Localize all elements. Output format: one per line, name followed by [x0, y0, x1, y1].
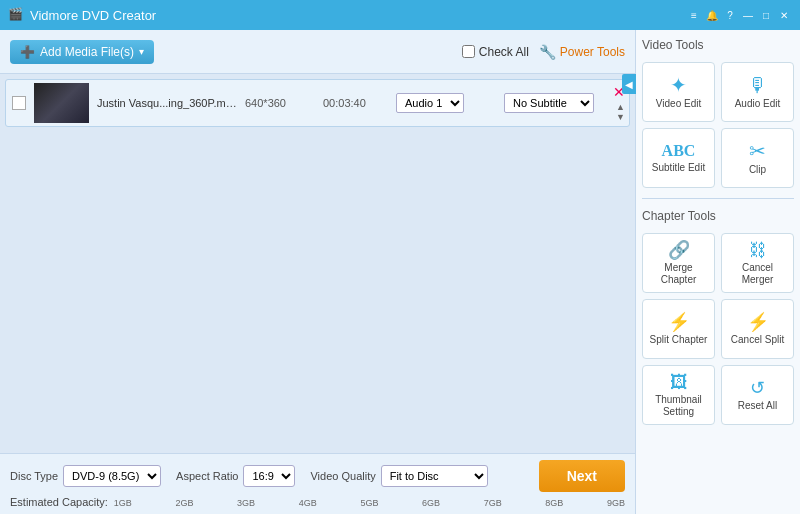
subtitle-edit-button[interactable]: ABC Subtitle Edit — [642, 128, 715, 188]
file-thumbnail — [34, 83, 89, 123]
power-tools-button[interactable]: 🔧 Power Tools — [539, 44, 625, 60]
thumbnail-setting-label: Thumbnail Setting — [647, 394, 710, 418]
left-panel: ➕ Add Media File(s) ▾ Check All 🔧 Power … — [0, 30, 635, 514]
file-resolution: 640*360 — [245, 97, 315, 109]
audio-select-container[interactable]: Audio 1 Audio 2 — [396, 93, 496, 113]
tick-4gb: 4GB — [299, 498, 317, 508]
cancel-split-label: Cancel Split — [731, 334, 784, 346]
audio-select[interactable]: Audio 1 Audio 2 — [396, 93, 464, 113]
check-all-area[interactable]: Check All — [462, 45, 529, 59]
chapter-tools-grid: 🔗 Merge Chapter ⛓ Cancel Merger ⚡ Split … — [642, 233, 794, 425]
split-chapter-label: Split Chapter — [650, 334, 708, 346]
merge-icon: 🔗 — [668, 241, 690, 259]
subtitle-edit-label: Subtitle Edit — [652, 162, 705, 174]
bottom-bar: Disc Type DVD-9 (8.5G) DVD-5 (4.7G) Blu-… — [0, 453, 635, 514]
file-duration: 00:03:40 — [323, 97, 388, 109]
minimize-btn[interactable]: — — [740, 7, 756, 23]
check-all-checkbox[interactable] — [462, 45, 475, 58]
maximize-btn[interactable]: □ — [758, 7, 774, 23]
section-divider — [642, 198, 794, 199]
video-quality-select[interactable]: Fit to Disc High Quality Medium Quality … — [381, 465, 488, 487]
table-row: Justin Vasqu...ing_360P.mp4 640*360 00:0… — [5, 79, 630, 127]
aspect-ratio-label: Aspect Ratio — [176, 470, 238, 482]
cancel-split-icon: ⚡ — [747, 313, 769, 331]
mic-icon: 🎙 — [748, 75, 768, 95]
add-media-label: Add Media File(s) — [40, 45, 134, 59]
plus-icon: ➕ — [20, 45, 35, 59]
notify-btn[interactable]: 🔔 — [704, 7, 720, 23]
split-chapter-button[interactable]: ⚡ Split Chapter — [642, 299, 715, 359]
video-quality-label: Video Quality — [310, 470, 375, 482]
subtitle-icon: ABC — [662, 143, 696, 159]
audio-edit-label: Audio Edit — [735, 98, 781, 110]
cancel-merger-button[interactable]: ⛓ Cancel Merger — [721, 233, 794, 293]
merge-chapter-label: Merge Chapter — [647, 262, 710, 286]
subtitle-select[interactable]: No Subtitle Add Subtitle — [504, 93, 594, 113]
file-list: Justin Vasqu...ing_360P.mp4 640*360 00:0… — [0, 74, 635, 453]
disc-type-select[interactable]: DVD-9 (8.5G) DVD-5 (4.7G) Blu-ray 25G Bl… — [63, 465, 161, 487]
chapter-tools-title: Chapter Tools — [642, 209, 794, 223]
capacity-wrapper: 1GB 2GB 3GB 4GB 5GB 6GB 7GB 8GB 9GB — [114, 496, 625, 508]
move-up-button[interactable]: ▲ — [616, 103, 625, 112]
file-name: Justin Vasqu...ing_360P.mp4 — [97, 97, 237, 109]
thumbnail-icon: 🖼 — [670, 373, 688, 391]
add-media-button[interactable]: ➕ Add Media File(s) ▾ — [10, 40, 154, 64]
tick-1gb: 1GB — [114, 498, 132, 508]
cancel-split-button[interactable]: ⚡ Cancel Split — [721, 299, 794, 359]
video-tools-title: Video Tools — [642, 38, 794, 52]
tick-row: 1GB 2GB 3GB 4GB 5GB 6GB 7GB 8GB 9GB — [114, 498, 625, 508]
video-edit-label: Video Edit — [656, 98, 701, 110]
aspect-ratio-group: Aspect Ratio 16:9 4:3 — [176, 465, 295, 487]
tick-6gb: 6GB — [422, 498, 440, 508]
subtitle-select-container[interactable]: No Subtitle Add Subtitle — [504, 93, 614, 113]
unlink-icon: ⛓ — [749, 241, 767, 259]
tick-2gb: 2GB — [175, 498, 193, 508]
split-icon: ⚡ — [668, 313, 690, 331]
app-icon: 🎬 — [8, 7, 24, 23]
tick-7gb: 7GB — [484, 498, 502, 508]
menu-btn[interactable]: ≡ — [686, 7, 702, 23]
cancel-merger-label: Cancel Merger — [726, 262, 789, 286]
next-button[interactable]: Next — [539, 460, 625, 492]
help-btn[interactable]: ? — [722, 7, 738, 23]
scissors-icon: ✂ — [749, 141, 766, 161]
tick-5gb: 5GB — [360, 498, 378, 508]
video-quality-group: Video Quality Fit to Disc High Quality M… — [310, 465, 487, 487]
panel-collapse-button[interactable]: ◀ — [622, 74, 636, 94]
capacity-label: Estimated Capacity: — [10, 496, 108, 508]
reset-icon: ↺ — [750, 379, 765, 397]
tick-9gb: 9GB — [607, 498, 625, 508]
row-checkbox[interactable] — [12, 96, 26, 110]
reset-all-label: Reset All — [738, 400, 777, 412]
toolbar: ➕ Add Media File(s) ▾ Check All 🔧 Power … — [0, 30, 635, 74]
right-panel: Video Tools ✦ Video Edit 🎙 Audio Edit AB… — [635, 30, 800, 514]
clip-button[interactable]: ✂ Clip — [721, 128, 794, 188]
wrench-icon: 🔧 — [539, 44, 556, 60]
capacity-bar-row: Estimated Capacity: 1GB 2GB 3GB 4GB 5GB … — [10, 496, 625, 508]
tick-3gb: 3GB — [237, 498, 255, 508]
star-icon: ✦ — [670, 75, 687, 95]
power-tools-label: Power Tools — [560, 45, 625, 59]
check-all-label: Check All — [479, 45, 529, 59]
audio-edit-button[interactable]: 🎙 Audio Edit — [721, 62, 794, 122]
video-tools-grid: ✦ Video Edit 🎙 Audio Edit ABC Subtitle E… — [642, 62, 794, 188]
window-controls: ≡ 🔔 ? — □ ✕ — [686, 7, 792, 23]
video-edit-button[interactable]: ✦ Video Edit — [642, 62, 715, 122]
merge-chapter-button[interactable]: 🔗 Merge Chapter — [642, 233, 715, 293]
app-title: Vidmore DVD Creator — [30, 8, 686, 23]
title-bar: 🎬 Vidmore DVD Creator ≡ 🔔 ? — □ ✕ — [0, 0, 800, 30]
close-btn[interactable]: ✕ — [776, 7, 792, 23]
tick-8gb: 8GB — [545, 498, 563, 508]
bottom-controls: Disc Type DVD-9 (8.5G) DVD-5 (4.7G) Blu-… — [10, 460, 625, 492]
clip-label: Clip — [749, 164, 766, 176]
move-down-button[interactable]: ▼ — [616, 113, 625, 122]
row-arrows: ▲ ▼ — [616, 103, 625, 122]
reset-all-button[interactable]: ↺ Reset All — [721, 365, 794, 425]
dropdown-arrow-icon: ▾ — [139, 46, 144, 57]
disc-type-group: Disc Type DVD-9 (8.5G) DVD-5 (4.7G) Blu-… — [10, 465, 161, 487]
aspect-ratio-select[interactable]: 16:9 4:3 — [243, 465, 295, 487]
disc-type-label: Disc Type — [10, 470, 58, 482]
thumbnail-setting-button[interactable]: 🖼 Thumbnail Setting — [642, 365, 715, 425]
